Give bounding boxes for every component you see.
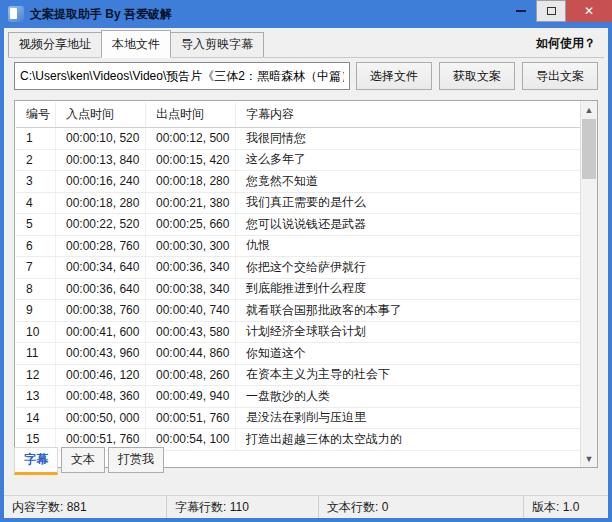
- cell-in-time: 00:00:48, 360: [56, 386, 146, 407]
- minimize-button[interactable]: [506, 0, 536, 22]
- cell-number: 7: [16, 257, 56, 278]
- cell-in-time: 00:00:28, 760: [56, 236, 146, 257]
- cell-subtitle-content: 一盘散沙的人类: [236, 386, 580, 407]
- table-row[interactable]: 9 00:00:38, 760 00:00:40, 740 就看联合国那批政客的…: [16, 300, 580, 322]
- cell-number: 8: [16, 279, 56, 300]
- client-area: 视频分享地址 本地文件 导入剪映字幕 如何使用？ 选择文件 获取文案 导出文案 …: [4, 28, 608, 518]
- subtitle-table-header: 编号 入点时间 出点时间 字幕内容: [16, 102, 580, 128]
- cell-number: 4: [16, 193, 56, 214]
- tab-import-jianying-subtitles[interactable]: 导入剪映字幕: [170, 32, 264, 57]
- table-row[interactable]: 6 00:00:28, 760 00:00:30, 300 仇恨: [16, 236, 580, 258]
- table-row[interactable]: 8 00:00:36, 640 00:00:38, 340 到底能推进到什么程度: [16, 279, 580, 301]
- tab-video-share-url[interactable]: 视频分享地址: [8, 32, 102, 57]
- cell-subtitle-content: 这么多年了: [236, 150, 580, 171]
- cell-subtitle-content: 就看联合国那批政客的本事了: [236, 300, 580, 321]
- cell-out-time: 00:00:38, 340: [146, 279, 236, 300]
- cell-in-time: 00:00:43, 960: [56, 343, 146, 364]
- window-title: 文案提取助手 By 吾爱破解: [30, 6, 172, 23]
- cell-subtitle-content: 是没法在剥削与压迫里: [236, 408, 580, 429]
- header-number[interactable]: 编号: [16, 102, 56, 127]
- cell-out-time: 00:00:49, 940: [146, 386, 236, 407]
- cell-subtitle-content: 计划经济全球联合计划: [236, 322, 580, 343]
- cell-subtitle-content: 仇恨: [236, 236, 580, 257]
- top-tab-strip: 视频分享地址 本地文件 导入剪映字幕 如何使用？: [8, 33, 604, 58]
- tab-text[interactable]: 文本: [61, 447, 105, 473]
- close-button[interactable]: ✕: [566, 0, 612, 22]
- cell-number: 12: [16, 365, 56, 386]
- maximize-button[interactable]: [536, 0, 566, 22]
- cell-in-time: 00:00:16, 240: [56, 171, 146, 192]
- cell-in-time: 00:00:41, 600: [56, 322, 146, 343]
- cell-in-time: 00:00:46, 120: [56, 365, 146, 386]
- vertical-scrollbar[interactable]: ▲ ▼: [580, 101, 597, 467]
- file-bar: 选择文件 获取文案 导出文案: [14, 62, 598, 90]
- cell-subtitle-content: 打造出超越三体的太空战力的: [236, 429, 580, 450]
- header-out-time[interactable]: 出点时间: [146, 102, 236, 127]
- cell-number: 3: [16, 171, 56, 192]
- cell-subtitle-content: 你知道这个: [236, 343, 580, 364]
- cell-in-time: 00:00:38, 760: [56, 300, 146, 321]
- table-row[interactable]: 5 00:00:22, 520 00:00:25, 660 您可以说说钱还是武器: [16, 214, 580, 236]
- cell-number: 10: [16, 322, 56, 343]
- cell-out-time: 00:00:36, 340: [146, 257, 236, 278]
- scroll-up-icon[interactable]: ▲: [581, 101, 597, 118]
- cell-subtitle-content: 我们真正需要的是什么: [236, 193, 580, 214]
- status-subtitle-lines: 字幕行数: 110: [167, 496, 319, 518]
- table-row[interactable]: 3 00:00:16, 240 00:00:18, 280 您竟然不知道: [16, 171, 580, 193]
- cell-number: 5: [16, 214, 56, 235]
- cell-number: 2: [16, 150, 56, 171]
- minimize-icon: [516, 10, 526, 12]
- cell-in-time: 00:00:36, 640: [56, 279, 146, 300]
- cell-out-time: 00:00:40, 740: [146, 300, 236, 321]
- scroll-down-icon[interactable]: ▼: [581, 450, 597, 467]
- status-version: 版本: 1.0: [524, 496, 608, 518]
- cell-out-time: 00:00:48, 260: [146, 365, 236, 386]
- cell-out-time: 00:00:12, 500: [146, 128, 236, 149]
- app-window: 文案提取助手 By 吾爱破解 ✕ 视频分享地址 本地文件 导入剪映字幕 如何使用…: [0, 0, 612, 522]
- cell-out-time: 00:00:44, 860: [146, 343, 236, 364]
- app-icon: [8, 6, 24, 22]
- cell-number: 13: [16, 386, 56, 407]
- cell-subtitle-content: 您可以说说钱还是武器: [236, 214, 580, 235]
- cell-number: 14: [16, 408, 56, 429]
- how-to-use-link[interactable]: 如何使用？: [536, 35, 604, 57]
- bottom-tab-strip: 字幕 文本 打赏我: [14, 447, 167, 470]
- cell-out-time: 00:00:43, 580: [146, 322, 236, 343]
- cell-number: 6: [16, 236, 56, 257]
- table-row[interactable]: 14 00:00:50, 000 00:00:51, 760 是没法在剥削与压迫…: [16, 408, 580, 430]
- tab-local-file[interactable]: 本地文件: [101, 30, 171, 58]
- table-row[interactable]: 13 00:00:48, 360 00:00:49, 940 一盘散沙的人类: [16, 386, 580, 408]
- table-row[interactable]: 7 00:00:34, 640 00:00:36, 340 你把这个交给萨伊就行: [16, 257, 580, 279]
- select-file-button[interactable]: 选择文件: [356, 62, 432, 90]
- cell-subtitle-content: 到底能推进到什么程度: [236, 279, 580, 300]
- file-path-input[interactable]: [14, 62, 350, 90]
- scrollbar-thumb[interactable]: [582, 119, 596, 179]
- table-row[interactable]: 11 00:00:43, 960 00:00:44, 860 你知道这个: [16, 343, 580, 365]
- window-controls: ✕: [506, 0, 612, 28]
- cell-out-time: 00:00:18, 280: [146, 171, 236, 192]
- extract-text-button[interactable]: 获取文案: [439, 62, 515, 90]
- cell-out-time: 00:00:15, 420: [146, 150, 236, 171]
- table-row[interactable]: 2 00:00:13, 840 00:00:15, 420 这么多年了: [16, 150, 580, 172]
- cell-subtitle-content: 您竟然不知道: [236, 171, 580, 192]
- table-row[interactable]: 10 00:00:41, 600 00:00:43, 580 计划经济全球联合计…: [16, 322, 580, 344]
- cell-out-time: 00:00:30, 300: [146, 236, 236, 257]
- cell-out-time: 00:00:25, 660: [146, 214, 236, 235]
- cell-in-time: 00:00:13, 840: [56, 150, 146, 171]
- tab-donate[interactable]: 打赏我: [108, 447, 164, 473]
- table-row[interactable]: 1 00:00:10, 520 00:00:12, 500 我很同情您: [16, 128, 580, 150]
- header-subtitle-content[interactable]: 字幕内容: [236, 102, 580, 127]
- status-text-lines: 文本行数: 0: [319, 496, 524, 518]
- cell-in-time: 00:00:18, 280: [56, 193, 146, 214]
- table-row[interactable]: 12 00:00:46, 120 00:00:48, 260 在资本主义为主导的…: [16, 365, 580, 387]
- cell-out-time: 00:00:21, 380: [146, 193, 236, 214]
- header-in-time[interactable]: 入点时间: [56, 102, 146, 127]
- subtitle-table: 编号 入点时间 出点时间 字幕内容 1 00:00:10, 520 00:00:…: [15, 101, 580, 467]
- scrollbar-track[interactable]: [581, 118, 597, 450]
- cell-in-time: 00:00:34, 640: [56, 257, 146, 278]
- export-text-button[interactable]: 导出文案: [522, 62, 598, 90]
- tab-subtitles[interactable]: 字幕: [14, 447, 58, 475]
- table-row[interactable]: 4 00:00:18, 280 00:00:21, 380 我们真正需要的是什么: [16, 193, 580, 215]
- cell-in-time: 00:00:50, 000: [56, 408, 146, 429]
- close-icon: ✕: [584, 4, 594, 18]
